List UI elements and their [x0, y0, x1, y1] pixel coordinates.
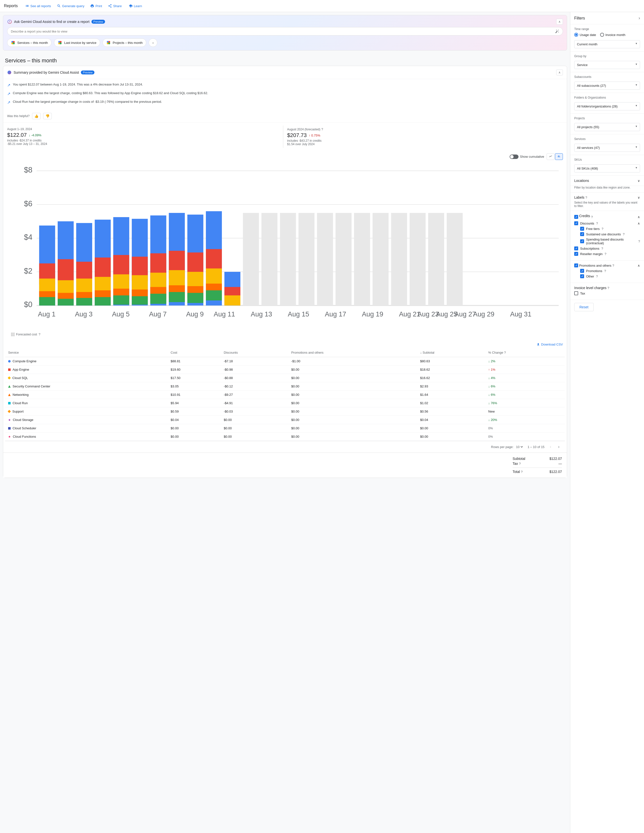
group-by-select[interactable]: Service Project SKU — [574, 61, 640, 69]
promotions-sub-help-icon[interactable]: ? — [604, 269, 606, 273]
usage-date-option[interactable]: Usage date — [574, 33, 596, 37]
promotions-cell: -$1.00 — [288, 357, 417, 365]
sustained-help-icon[interactable]: ? — [623, 232, 625, 236]
promotions-sub-item[interactable]: ✓ Promotions ? — [580, 269, 640, 273]
quick-report-projects[interactable]: Projects – this month — [103, 39, 146, 47]
other-help-icon[interactable]: ? — [596, 275, 598, 278]
tax-help-icon[interactable]: ? — [519, 462, 521, 466]
table-header-row: Service Cost Discounts Promotions and ot… — [5, 348, 565, 357]
cumulative-switch[interactable] — [510, 154, 518, 159]
cost-cell: $17.50 — [167, 374, 221, 382]
bar-chart-btn[interactable] — [555, 153, 563, 160]
summary-card: Summary provided by Gemini Cloud Assist … — [3, 66, 567, 478]
gemini-input[interactable] — [11, 30, 555, 33]
page-title-bar: Services – this month — [0, 53, 570, 66]
credits-header: ✓ Credits ? ∧ — [574, 214, 640, 220]
promotions-checkbox[interactable]: ✓ — [574, 264, 578, 267]
subtotal-cell: $0.00 — [417, 424, 485, 433]
reseller-item[interactable]: ✓ Reseller margin ? — [574, 252, 640, 256]
change-cell: ↓ 6% — [485, 382, 565, 391]
discounts-collapse-icon[interactable]: ∧ — [638, 222, 640, 225]
generate-query-link[interactable]: Generate query — [55, 2, 87, 10]
prev-page-btn[interactable]: ‹ — [548, 444, 552, 450]
spending-item[interactable]: ✓ Spending based discounts (contractual)… — [580, 238, 640, 245]
discounts-checkbox[interactable]: ✓ — [574, 221, 578, 225]
skus-select[interactable]: All SKUs (408) — [574, 164, 640, 172]
tax-label: Tax ? — [513, 462, 539, 466]
service-icon — [8, 410, 11, 413]
svg-text:Aug 5: Aug 5 — [112, 310, 129, 318]
show-cumulative-toggle[interactable]: Show cumulative — [510, 154, 544, 159]
learn-link[interactable]: Learn — [126, 2, 145, 10]
labels-help-icon[interactable]: ? — [585, 196, 587, 199]
usage-date-radio — [574, 33, 578, 37]
invoice-month-option[interactable]: Invoice month — [600, 33, 626, 37]
credits-help-icon[interactable]: ? — [591, 215, 593, 219]
credits-collapse-icon[interactable]: ∧ — [638, 215, 640, 219]
summary-collapse-btn[interactable]: ∧ — [556, 69, 563, 76]
discounts-cell: $0.00 — [221, 424, 288, 433]
sustained-checkbox[interactable]: ✓ — [580, 232, 584, 236]
forecasted-help-icon[interactable]: ? — [321, 127, 323, 131]
group-by-wrapper: Service Project SKU — [574, 59, 640, 69]
discounts-cell: -$0.12 — [221, 382, 288, 391]
subtotal-cell: $0.04 — [417, 416, 485, 424]
sustained-item[interactable]: ✓ Sustained use discounts ? — [580, 232, 640, 236]
current-month-select[interactable]: Current month Last 30 days Last 3 months… — [574, 40, 640, 48]
svg-rect-36 — [95, 297, 111, 306]
services-select[interactable]: All services (47) — [574, 144, 640, 152]
credits-checkbox[interactable]: ✓ — [574, 215, 578, 219]
forecasted-cost-help[interactable]: ? — [39, 333, 40, 336]
svg-rect-31 — [76, 298, 92, 306]
quick-report-more[interactable]: › — [149, 39, 157, 47]
time-range-section: Time range Usage date Invoice month Curr… — [570, 24, 644, 51]
subaccounts-select[interactable]: All subaccounts (27) — [574, 82, 640, 90]
reset-button[interactable]: Reset — [574, 303, 594, 311]
thumbs-up-btn[interactable]: 👍 — [32, 113, 41, 119]
promotions-sub-checkbox[interactable]: ✓ — [580, 269, 584, 273]
locations-toggle[interactable]: Locations ∨ — [570, 176, 644, 186]
other-item[interactable]: ✓ Other ? — [580, 274, 640, 278]
quick-report-invoice[interactable]: Last invoice by service — [54, 39, 100, 47]
reseller-checkbox[interactable]: ✓ — [574, 252, 578, 256]
promotions-help-icon[interactable]: ? — [612, 264, 614, 267]
reseller-help-icon[interactable]: ? — [605, 252, 606, 256]
free-tiers-checkbox[interactable]: ✓ — [580, 227, 584, 231]
table-row: Networking $10.91 -$9.27 $0.00 $1.64 ↓ 6… — [5, 391, 565, 399]
subscriptions-help-icon[interactable]: ? — [601, 247, 603, 250]
total-help-icon[interactable]: ? — [521, 470, 523, 474]
free-tiers-help-icon[interactable]: ? — [602, 227, 603, 231]
labels-toggle[interactable]: Labels ? ∨ — [574, 195, 640, 199]
folders-select[interactable]: All folders/organizations (28) — [574, 102, 640, 110]
change-help-icon[interactable]: ? — [504, 351, 506, 354]
projects-select[interactable]: All projects (55) — [574, 123, 640, 131]
folders-label: Folders & Organizations — [574, 96, 640, 99]
spending-checkbox[interactable]: ✓ — [580, 239, 584, 243]
discounts-help-icon[interactable]: ? — [596, 222, 598, 225]
svg-rect-77 — [372, 213, 388, 306]
other-checkbox[interactable]: ✓ — [580, 274, 584, 278]
subscriptions-checkbox[interactable]: ✓ — [574, 246, 578, 250]
free-tiers-item[interactable]: ✓ Free tiers ? — [580, 227, 640, 231]
download-csv-btn[interactable]: Download CSV — [536, 343, 563, 346]
change-cell: ↓ 76% — [485, 399, 565, 407]
gemini-collapse-btn[interactable]: ∧ — [556, 19, 563, 25]
spending-help-icon[interactable]: ? — [638, 240, 640, 243]
rows-per-page-select[interactable]: 10 25 50 — [515, 445, 524, 449]
share-link[interactable]: Share — [106, 2, 124, 10]
line-chart-icon — [549, 154, 552, 158]
discounts-item[interactable]: ✓ Discounts ? ∧ — [574, 221, 640, 225]
subscriptions-item[interactable]: ✓ Subscriptions ? — [574, 246, 640, 250]
tax-item[interactable]: Tax — [574, 291, 640, 295]
quick-report-services[interactable]: Services – this month — [7, 39, 52, 47]
tax-checkbox[interactable] — [574, 291, 578, 295]
thumbs-down-btn[interactable]: 👎 — [43, 113, 52, 119]
print-link[interactable]: Print — [88, 2, 105, 10]
next-page-btn[interactable]: › — [557, 444, 561, 450]
sidebar-toggle-btn[interactable]: › — [639, 16, 640, 21]
gemini-summary-icon — [7, 70, 11, 75]
promotions-collapse-icon[interactable]: ∧ — [638, 264, 640, 267]
line-chart-btn[interactable] — [547, 153, 554, 160]
invoice-charges-help-icon[interactable]: ? — [607, 286, 609, 290]
see-all-reports-link[interactable]: See all reports — [23, 2, 53, 10]
